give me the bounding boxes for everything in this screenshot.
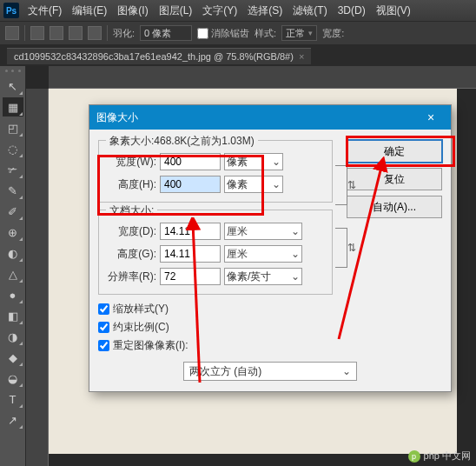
pixel-height-input[interactable] (160, 176, 221, 193)
width-label: 宽度: (322, 27, 344, 40)
doc-height-unit-select[interactable]: 厘米 (224, 245, 302, 263)
dialog-body: 确定 复位 自动(A)... 象素大小:468.8K(之前为1.03M) 宽度(… (89, 130, 451, 391)
interpolation-row: 两次立方 (自动) (98, 362, 442, 381)
tab-title: cd1099532c83432896c3ba17e61ea942_th.jpg … (14, 51, 294, 62)
pixel-height-label: 高度(H): (108, 177, 156, 192)
dodge-tool[interactable]: ◆ (3, 348, 23, 367)
feather-input[interactable] (140, 25, 192, 41)
document-size-group: 文档大小: 宽度(D): 厘米 高度(G): 厘米 分辨率(R): 像素/英寸 … (98, 210, 333, 295)
resolution-unit-select[interactable]: 像素/英寸 (224, 268, 302, 285)
image-size-dialog: 图像大小 × 确定 复位 自动(A)... 象素大小:468.8K(之前为1.0… (89, 104, 452, 392)
close-tab-icon[interactable]: × (299, 51, 304, 62)
pixel-dimensions-legend: 象素大小:468.8K(之前为1.03M) (106, 134, 258, 149)
dialog-title: 图像大小 (96, 110, 138, 125)
pen-tool[interactable]: ◒ (3, 369, 23, 388)
selection-subtract-icon[interactable] (69, 26, 83, 40)
panel-grip-icon[interactable] (5, 70, 21, 73)
gradient-tool[interactable]: ◧ (3, 306, 23, 325)
constrain-proportions-checkbox[interactable]: 约束比例(C) (98, 320, 442, 335)
menu-type[interactable]: 文字(Y) (197, 3, 242, 18)
doc-width-unit-select[interactable]: 厘米 (224, 223, 302, 240)
link-bracket-icon (335, 165, 347, 205)
marquee-tool[interactable]: ▦ (3, 97, 23, 116)
doc-height-label: 高度(G): (108, 247, 156, 262)
resample-image-checkbox[interactable]: 重定图像像素(I): (98, 338, 442, 353)
php-logo-icon: p (408, 450, 420, 463)
ok-button[interactable]: 确定 (347, 140, 442, 163)
blur-tool[interactable]: ◑ (3, 327, 23, 346)
photoshop-logo: Ps (3, 3, 19, 18)
doc-width-input[interactable] (160, 223, 221, 240)
menu-3d[interactable]: 3D(D) (333, 4, 371, 17)
selection-intersect-icon[interactable] (88, 26, 102, 40)
pixel-width-input[interactable] (160, 153, 221, 170)
feather-label: 羽化: (113, 27, 135, 40)
doc-height-input[interactable] (160, 245, 221, 263)
brush-tool[interactable]: ⊕ (3, 223, 23, 242)
crop-tool[interactable]: ✃ (3, 160, 23, 179)
lasso-tool[interactable]: ◰ (3, 118, 23, 137)
resolution-label: 分辨率(R): (108, 270, 156, 284)
resolution-input[interactable] (160, 268, 221, 285)
dialog-buttons: 确定 复位 自动(A)... (347, 140, 442, 218)
options-bar: 羽化: 消除锯齿 样式: 正常 宽度: (0, 21, 476, 45)
link-constrain-icon[interactable]: ⇅ (347, 242, 356, 254)
type-tool[interactable]: T (3, 389, 23, 409)
link-bracket-icon (335, 228, 347, 268)
menu-edit[interactable]: 编辑(E) (67, 3, 112, 18)
tab-bar: cd1099532c83432896c3ba17e61ea942_th.jpg … (0, 45, 476, 66)
pixel-width-unit-select[interactable]: 像素 (224, 153, 283, 170)
selection-add-icon[interactable] (50, 26, 63, 40)
antialias-checkbox[interactable]: 消除锯齿 (197, 27, 249, 40)
reset-button[interactable]: 复位 (347, 168, 442, 190)
eraser-tool[interactable]: ● (3, 285, 23, 304)
menu-filter[interactable]: 滤镜(T) (288, 3, 332, 18)
menu-view[interactable]: 视图(V) (371, 3, 416, 18)
ruler-horizontal[interactable] (49, 66, 476, 89)
style-combo[interactable]: 正常 (281, 25, 317, 41)
clone-stamp-tool[interactable]: ◐ (3, 243, 23, 263)
dialog-titlebar[interactable]: 图像大小 × (89, 105, 451, 130)
menu-image[interactable]: 图像(I) (112, 3, 153, 18)
dialog-checkboxes: 缩放样式(Y) 约束比例(C) 重定图像像素(I): (98, 302, 442, 353)
marquee-tool-preset-icon[interactable] (5, 26, 19, 40)
healing-brush-tool[interactable]: ✐ (3, 202, 23, 221)
tool-panel: ↖ ▦ ◰ ◌ ✃ ✎ ✐ ⊕ ◐ △ ● ◧ ◑ ◆ ◒ T ↗ (0, 66, 26, 466)
doc-width-label: 宽度(D): (108, 224, 156, 239)
document-tab[interactable]: cd1099532c83432896c3ba17e61ea942_th.jpg … (7, 48, 311, 64)
pixel-dimensions-group: 象素大小:468.8K(之前为1.03M) 宽度(W): 像素 高度(H): 像… (98, 140, 333, 203)
auto-button[interactable]: 自动(A)... (347, 196, 442, 218)
interpolation-select[interactable]: 两次立方 (自动) (183, 362, 357, 381)
menu-select[interactable]: 选择(S) (242, 3, 288, 18)
link-constrain-icon[interactable]: ⇅ (347, 179, 356, 191)
watermark: p php 中文网 (408, 449, 471, 463)
style-label: 样式: (255, 27, 276, 40)
menubar: Ps 文件(F) 编辑(E) 图像(I) 图层(L) 文字(Y) 选择(S) 滤… (0, 0, 476, 21)
menu-file[interactable]: 文件(F) (23, 3, 67, 18)
watermark-text: php 中文网 (424, 449, 471, 463)
pixel-width-label: 宽度(W): (108, 155, 156, 170)
scale-styles-checkbox[interactable]: 缩放样式(Y) (98, 302, 442, 316)
pixel-height-unit-select[interactable]: 像素 (224, 176, 283, 193)
close-icon[interactable]: × (418, 110, 444, 124)
quick-select-tool[interactable]: ◌ (3, 139, 23, 158)
path-select-tool[interactable]: ↗ (3, 410, 23, 429)
ruler-vertical[interactable] (26, 89, 49, 466)
document-size-legend: 文档大小: (106, 203, 157, 218)
separator (107, 25, 108, 41)
menu-layer[interactable]: 图层(L) (154, 3, 198, 18)
separator (24, 25, 25, 41)
move-tool[interactable]: ↖ (3, 77, 23, 96)
eyedropper-tool[interactable]: ✎ (3, 181, 23, 200)
history-brush-tool[interactable]: △ (3, 264, 23, 283)
selection-new-icon[interactable] (30, 26, 44, 40)
